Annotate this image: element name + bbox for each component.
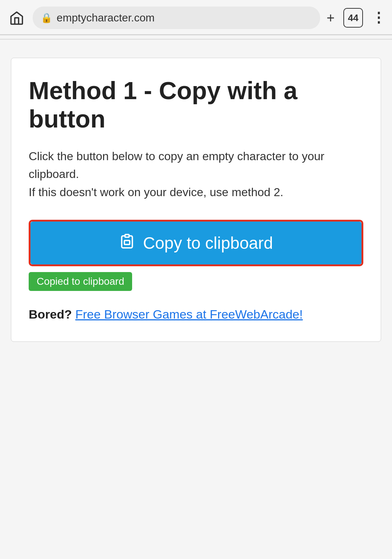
browser-actions: + 44 ⋮ <box>327 8 385 28</box>
divider-top <box>0 35 392 35</box>
divider-thin <box>0 39 392 40</box>
copy-to-clipboard-button[interactable]: Copy to clipboard <box>30 222 362 264</box>
method-card: Method 1 - Copy with a button Click the … <box>11 58 381 342</box>
url-text: emptycharacter.com <box>57 12 155 24</box>
svg-rect-0 <box>125 234 129 237</box>
home-button[interactable] <box>7 8 26 27</box>
clipboard-icon <box>119 233 135 253</box>
bored-section: Bored? Free Browser Games at FreeWebArca… <box>29 305 363 323</box>
card-description: Click the button below to copy an empty … <box>29 147 363 202</box>
clipboard-svg <box>119 233 135 249</box>
tab-count-button[interactable]: 44 <box>343 8 363 28</box>
home-icon <box>9 10 24 25</box>
browser-bar: 🔒 emptycharacter.com + 44 ⋮ <box>0 0 392 35</box>
address-bar[interactable]: 🔒 emptycharacter.com <box>33 7 320 29</box>
new-tab-button[interactable]: + <box>327 10 335 26</box>
description-line1: Click the button below to copy an empty … <box>29 150 324 181</box>
page-content: Method 1 - Copy with a button Click the … <box>0 50 392 356</box>
button-outline: Copy to clipboard <box>29 220 363 266</box>
description-line2: If this doesn't work on your device, use… <box>29 186 283 199</box>
menu-button[interactable]: ⋮ <box>372 10 385 26</box>
lock-icon: 🔒 <box>41 12 52 24</box>
bored-link[interactable]: Free Browser Games at FreeWebArcade! <box>75 307 303 321</box>
copy-button-label: Copy to clipboard <box>143 233 273 253</box>
toast-message: Copied to clipboard <box>29 272 132 291</box>
svg-rect-1 <box>124 240 130 244</box>
bored-prefix: Bored? <box>29 307 72 321</box>
card-title: Method 1 - Copy with a button <box>29 76 363 133</box>
